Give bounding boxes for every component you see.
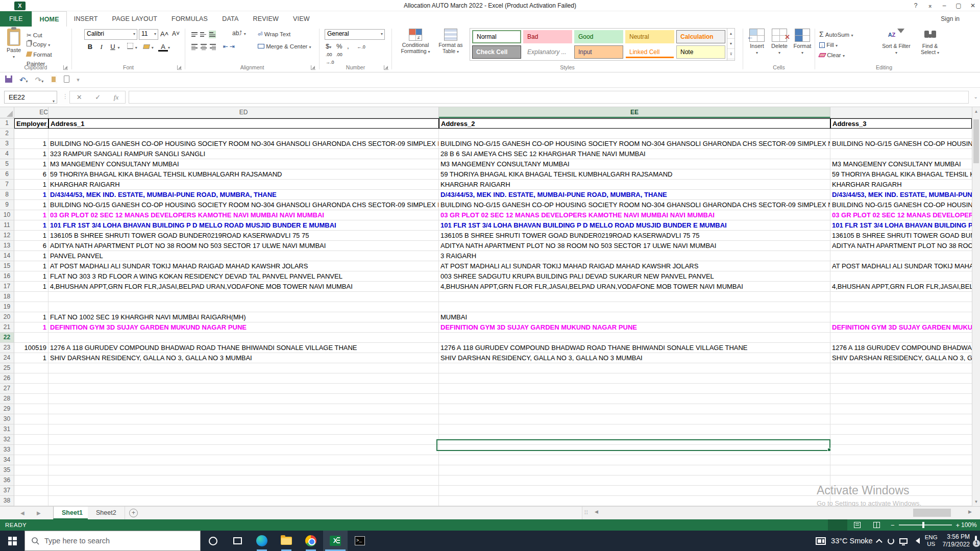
network-icon[interactable] bbox=[899, 538, 908, 544]
tab-formulas[interactable]: FORMULAS bbox=[164, 11, 215, 27]
cell-EF30[interactable] bbox=[830, 414, 972, 424]
cell-ED21[interactable]: DEFINITION GYM 3D SUJAY GARDEN MUKUND NA… bbox=[48, 322, 439, 333]
close-button[interactable]: ✕ bbox=[966, 0, 980, 11]
cell-EE35[interactable] bbox=[439, 465, 830, 475]
row-header-37[interactable]: 37 bbox=[0, 486, 14, 496]
copy-button[interactable]: Copy ▾ bbox=[27, 40, 71, 50]
touch-mode-button[interactable] bbox=[51, 76, 57, 85]
cell-EF34[interactable] bbox=[830, 455, 972, 465]
italic-button[interactable]: I bbox=[96, 43, 106, 51]
tab-file[interactable]: FILE bbox=[0, 11, 32, 27]
cell-EE28[interactable] bbox=[439, 394, 830, 404]
vertical-scroll-thumb[interactable] bbox=[973, 119, 979, 163]
merge-center-button[interactable]: Merge & Center ▾ bbox=[258, 43, 311, 49]
align-top-icon[interactable] bbox=[191, 31, 199, 38]
align-bottom-icon[interactable] bbox=[209, 31, 216, 38]
sign-in-link[interactable]: Sign in bbox=[941, 11, 960, 27]
cell-EC3[interactable]: 1 bbox=[14, 139, 48, 149]
cell-EC13[interactable]: 6 bbox=[14, 241, 48, 251]
delete-cells-button[interactable]: ✕ Delete▾ bbox=[769, 29, 790, 55]
cell-EF26[interactable] bbox=[830, 373, 972, 384]
minimize-button[interactable]: – bbox=[937, 0, 951, 11]
cell-ED5[interactable]: M3 MANGEMENY CONSULTANY MUMBAI bbox=[48, 159, 439, 169]
cell-EC17[interactable]: 1 bbox=[14, 282, 48, 292]
cell-EF2[interactable] bbox=[830, 129, 972, 139]
horizontal-scrollbar[interactable]: ⁞⁞ ◀ ▶ bbox=[582, 507, 980, 519]
taskbar-app-edge[interactable] bbox=[250, 531, 274, 551]
cut-button[interactable]: ✂ Cut bbox=[27, 31, 71, 40]
row-header-15[interactable]: 15 bbox=[0, 261, 14, 271]
cell-ED27[interactable] bbox=[48, 384, 439, 394]
horizontal-align-buttons[interactable]: ⇤ ⇥ bbox=[191, 43, 235, 51]
cell-EE15[interactable]: AT POST MADHALI ALI SUNDAR TOKIJ MAHAD R… bbox=[439, 261, 830, 271]
autosum-button[interactable]: Σ AutoSum ▾ bbox=[819, 30, 853, 40]
row-header-17[interactable]: 17 bbox=[0, 282, 14, 292]
save-button[interactable] bbox=[5, 76, 12, 84]
zoom-out-button[interactable]: − bbox=[891, 521, 895, 529]
cell-ED13[interactable]: ADITYA NATH APARTMENT PLOT NO 38 ROOM NO… bbox=[48, 241, 439, 251]
cell-EE22[interactable] bbox=[439, 333, 830, 343]
row-header-9[interactable]: 9 bbox=[0, 200, 14, 210]
cell-EC34[interactable] bbox=[14, 455, 48, 465]
cell-style-normal[interactable]: Normal bbox=[472, 30, 521, 43]
cell-EC32[interactable] bbox=[14, 435, 48, 445]
cell-EF15[interactable]: AT POST MADHALI ALI SUNDAR TOKIJ MAHAD R… bbox=[830, 261, 972, 271]
ribbon-display-options-button[interactable]: ⌅ bbox=[923, 0, 937, 11]
cell-ED3[interactable]: BUILDING NO-G/15 GANESH CO-OP HOUSING SO… bbox=[48, 139, 439, 149]
taskbar-app-cortana[interactable] bbox=[201, 531, 225, 551]
splitter-handle[interactable]: ⁞⁞ bbox=[584, 510, 589, 515]
sort-filter-button[interactable]: AZ Sort & Filter ▾ bbox=[880, 29, 912, 55]
styles-gallery-scroll[interactable]: ▲▼⊽ bbox=[727, 29, 734, 60]
start-button[interactable] bbox=[0, 531, 24, 551]
cell-EC22[interactable] bbox=[14, 333, 48, 343]
tray-overflow-chevron-icon[interactable] bbox=[876, 539, 883, 545]
redo-button[interactable]: ↷▾ bbox=[35, 76, 44, 85]
cell-EE21[interactable]: DEFINITION GYM 3D SUJAY GARDEN MUKUND NA… bbox=[439, 322, 830, 333]
sheet-tab-sheet1[interactable]: Sheet1 bbox=[53, 507, 91, 519]
cell-EF8[interactable]: D/43/44/53, MEK IND. ESTATE, MUMBAI-PUNE… bbox=[830, 190, 972, 200]
row-header-38[interactable]: 38 bbox=[0, 496, 14, 506]
row-header-5[interactable]: 5 bbox=[0, 159, 14, 169]
row-header-31[interactable]: 31 bbox=[0, 424, 14, 435]
tab-home[interactable]: HOME bbox=[32, 11, 66, 27]
cell-EC2[interactable] bbox=[14, 129, 48, 139]
cell-EC5[interactable]: 1 bbox=[14, 159, 48, 169]
cell-EC10[interactable]: 1 bbox=[14, 210, 48, 220]
taskbar-app-task-view[interactable] bbox=[225, 531, 250, 551]
cell-EF14[interactable] bbox=[830, 251, 972, 261]
cell-ED32[interactable] bbox=[48, 435, 439, 445]
cell-EC19[interactable] bbox=[14, 302, 48, 312]
cell-EE11[interactable]: 101 FLR 1ST 3/4 LOHA BHAVAN BUILDING P D… bbox=[439, 220, 830, 231]
row-header-24[interactable]: 24 bbox=[0, 353, 14, 363]
customize-qat-button[interactable]: ▾ bbox=[77, 77, 80, 83]
scroll-right-icon[interactable]: ▶ bbox=[968, 509, 972, 514]
clock[interactable]: 3:56 PM7/19/2022 bbox=[943, 533, 970, 548]
row-header-14[interactable]: 14 bbox=[0, 251, 14, 261]
cell-EF6[interactable]: 59 THORIYA BHAGAL KIKA BHAGAL TEHSIL KUM… bbox=[830, 169, 972, 180]
horizontal-scroll-thumb[interactable] bbox=[913, 509, 951, 517]
align-left-icon[interactable] bbox=[191, 43, 199, 51]
cell-EE24[interactable]: SHIV DARSHAN RESIDENCY, GALLA NO 3, GALL… bbox=[439, 353, 830, 363]
taskbar-app-excel[interactable]: X bbox=[323, 531, 348, 551]
help-button[interactable]: ? bbox=[909, 0, 923, 11]
vertical-scrollbar[interactable]: ▲ ▼ bbox=[972, 107, 980, 506]
new-file-button[interactable] bbox=[64, 76, 69, 84]
row-header-16[interactable]: 16 bbox=[0, 271, 14, 282]
cell-EF7[interactable]: KHARGHAR RAIGARH bbox=[830, 180, 972, 190]
cell-EF3[interactable]: BUILDING NO-G/15 GANESH CO-OP HOUSING SO… bbox=[830, 139, 972, 149]
cell-ED14[interactable]: PANVEL PANVEL bbox=[48, 251, 439, 261]
cell-EF22[interactable] bbox=[830, 333, 972, 343]
row-header-26[interactable]: 26 bbox=[0, 373, 14, 384]
cell-ED15[interactable]: AT POST MADHALI ALI SUNDAR TOKIJ MAHAD R… bbox=[48, 261, 439, 271]
find-select-button[interactable]: Find & Select ▾ bbox=[914, 29, 946, 55]
column-header-ED[interactable]: ED bbox=[48, 107, 439, 118]
news-widget-icon[interactable] bbox=[816, 537, 826, 545]
cell-ED12[interactable]: 136105 B SHREE SHRUTI TOWER GOAD BUNDER0… bbox=[48, 231, 439, 241]
sheet-tab-sheet2[interactable]: Sheet2 bbox=[88, 507, 125, 519]
row-header-29[interactable]: 29 bbox=[0, 404, 14, 414]
cell-EF16[interactable] bbox=[830, 271, 972, 282]
cell-ED11[interactable]: 101 FLR 1ST 3/4 LOHA BHAVAN BUILDING P D… bbox=[48, 220, 439, 231]
cell-EE9[interactable]: BUILDING NO-G/15 GANESH CO-OP HOUSING SO… bbox=[439, 200, 830, 210]
cell-EE29[interactable] bbox=[439, 404, 830, 414]
row-header-22[interactable]: 22 bbox=[0, 333, 14, 343]
